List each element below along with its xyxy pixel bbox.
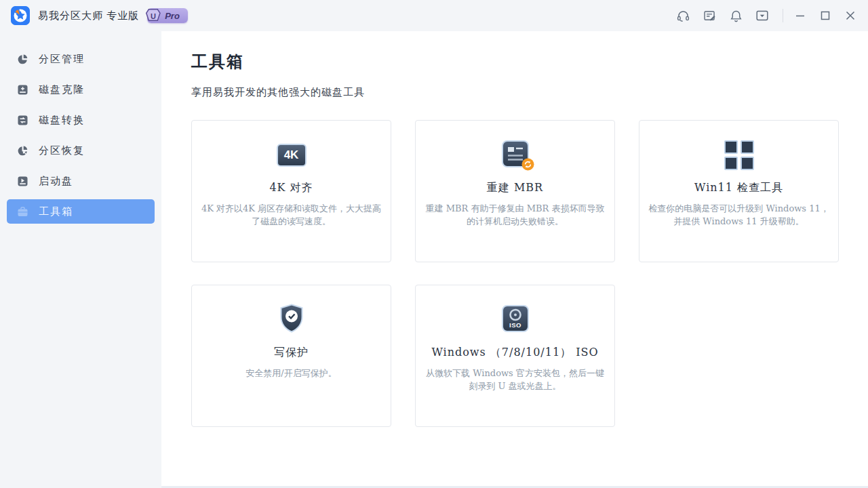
card-description: 重建 MBR 有助于修复由 MBR 表损坏而导致的计算机启动失败错误。 <box>424 202 606 228</box>
menu-dropdown-icon[interactable] <box>754 7 770 24</box>
page-title: 工具箱 <box>191 51 868 73</box>
card-win11-checker[interactable]: Win11 检查工具 检查你的电脑是否可以升级到 Windows 11，并提供 … <box>639 120 839 262</box>
boot-disk-icon <box>17 176 28 187</box>
svg-text:ISO: ISO <box>509 321 521 329</box>
card-windows-iso[interactable]: ISO Windows （7/8/10/11） ISO 从微软下载 Window… <box>415 285 615 427</box>
disk-clone-icon <box>17 84 28 96</box>
windows-iso-icon: ISO <box>501 304 530 336</box>
maximize-button[interactable] <box>817 7 833 24</box>
pro-u-icon: U <box>144 7 162 24</box>
sidebar-item-toolbox[interactable]: 工具箱 <box>7 199 155 224</box>
card-title: Windows （7/8/10/11） ISO <box>424 346 606 360</box>
card-title: 4K 对齐 <box>200 181 382 195</box>
svg-text:U: U <box>151 12 156 20</box>
support-headset-icon[interactable] <box>675 7 691 24</box>
sidebar-item-boot-disk[interactable]: 启动盘 <box>7 169 155 193</box>
sidebar-item-label: 工具箱 <box>39 205 73 218</box>
app-window: 易我分区大师 专业版 U Pro <box>0 0 868 488</box>
sidebar-item-disk-clone[interactable]: 磁盘克隆 <box>7 77 155 102</box>
card-rebuild-mbr[interactable]: 重建 MBR 重建 MBR 有助于修复由 MBR 表损坏而导致的计算机启动失败错… <box>415 120 615 262</box>
card-title: 写保护 <box>200 346 382 360</box>
pro-badge-label: Pro <box>165 11 180 21</box>
4k-align-icon: 4K <box>277 144 307 167</box>
feedback-note-icon[interactable] <box>701 7 717 24</box>
toolbox-icon <box>17 206 28 218</box>
card-description: 安全禁用/开启写保护。 <box>200 367 382 380</box>
sidebar: 分区管理 磁盘克隆 <box>0 31 161 488</box>
disk-convert-icon <box>17 115 28 126</box>
toolbox-page: 工具箱 享用易我开发的其他强大的磁盘工具 4K 4K 对齐 4K 对齐以4K 扇… <box>161 31 868 488</box>
notifications-bell-icon[interactable] <box>728 7 744 24</box>
app-title: 易我分区大师 专业版 <box>38 9 139 22</box>
minimize-button[interactable] <box>792 7 808 24</box>
rebuild-mbr-icon <box>501 140 530 171</box>
win11-checker-icon <box>724 140 754 170</box>
tool-cards-grid: 4K 4K 对齐 4K 对齐以4K 扇区存储和读取文件，大大提高了磁盘的读写速度… <box>191 120 868 427</box>
titlebar-divider <box>783 9 783 22</box>
pro-badge: U Pro <box>147 8 188 23</box>
card-description: 检查你的电脑是否可以升级到 Windows 11，并提供 Windows 11 … <box>648 202 830 228</box>
card-description: 4K 对齐以4K 扇区存储和读取文件，大大提高了磁盘的读写速度。 <box>200 202 382 228</box>
card-title: Win11 检查工具 <box>648 181 830 195</box>
sidebar-item-partition-management[interactable]: 分区管理 <box>7 47 155 71</box>
sidebar-item-label: 启动盘 <box>39 175 73 188</box>
page-subtitle: 享用易我开发的其他强大的磁盘工具 <box>191 86 868 99</box>
sidebar-item-label: 分区恢复 <box>39 144 85 157</box>
sidebar-item-label: 磁盘克隆 <box>39 83 85 96</box>
partition-recovery-icon <box>17 145 28 157</box>
sidebar-item-partition-recovery[interactable]: 分区恢复 <box>7 138 155 163</box>
close-button[interactable] <box>842 7 859 24</box>
card-title: 重建 MBR <box>424 181 606 195</box>
sidebar-item-label: 分区管理 <box>39 53 85 66</box>
titlebar: 易我分区大师 专业版 U Pro <box>0 0 868 31</box>
write-protection-shield-icon <box>277 303 306 337</box>
refresh-badge-icon <box>521 158 534 174</box>
card-4k-align[interactable]: 4K 4K 对齐 4K 对齐以4K 扇区存储和读取文件，大大提高了磁盘的读写速度… <box>191 120 391 262</box>
pie-chart-icon <box>17 54 28 65</box>
card-description: 从微软下载 Windows 官方安装包，然后一键刻录到 U 盘或光盘上。 <box>424 367 606 392</box>
card-write-protection[interactable]: 写保护 安全禁用/开启写保护。 <box>191 285 391 427</box>
sidebar-item-disk-convert[interactable]: 磁盘转换 <box>7 108 155 132</box>
sidebar-item-label: 磁盘转换 <box>39 114 85 127</box>
app-logo-icon <box>11 6 30 25</box>
